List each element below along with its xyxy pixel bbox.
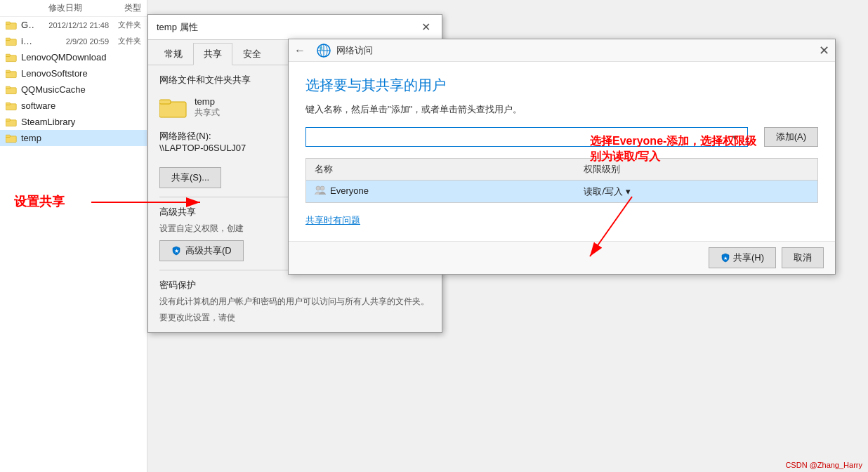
folder-icon <box>6 133 17 143</box>
file-name: SteamLibrary <box>21 117 141 127</box>
svg-rect-17 <box>159 100 171 104</box>
network-titlebar: ← 网络访问 ✕ <box>289 39 835 62</box>
svg-point-26 <box>320 186 324 190</box>
file-name: QQMusicCache <box>21 84 141 95</box>
folder-type: 共享式 <box>195 107 220 119</box>
name-column-header: 名称 <box>306 159 576 181</box>
file-explorer: 修改日期 类型 Games2012/12/12 21:48文件夹iVMS-420… <box>0 0 147 472</box>
network-dialog-body: 选择要与其共享的用户 键入名称，然后单击"添加"，或者单击箭头查找用户。 ▾ 添… <box>289 62 835 241</box>
svg-rect-15 <box>6 135 10 137</box>
svg-rect-13 <box>6 119 10 121</box>
folder-icon-large <box>159 93 188 122</box>
svg-point-25 <box>316 186 320 190</box>
password-section: 密码保护 没有此计算机的用户帐户和密码的用户可以访问与所有人共享的文件夹。 要更… <box>159 270 430 324</box>
user-permissions-table: 名称 权限级别 Everyone 读取/写入 ▾ <box>305 158 818 203</box>
file-list-item[interactable]: software <box>0 98 147 114</box>
folder-icon <box>6 37 17 46</box>
svg-rect-3 <box>6 38 10 40</box>
folder-icon <box>6 69 17 79</box>
file-list-item[interactable]: SteamLibrary <box>0 114 147 130</box>
permission-dropdown-arrow[interactable]: ▾ <box>626 186 631 197</box>
network-share-title: 选择要与其共享的用户 <box>305 76 818 95</box>
dropdown-trigger[interactable]: ▾ <box>732 127 737 147</box>
user-name-cell: Everyone <box>306 181 576 203</box>
add-user-button[interactable]: 添加(A) <box>764 127 818 147</box>
svg-rect-1 <box>6 22 10 24</box>
advanced-share-button[interactable]: ★ 高级共享(D <box>159 240 244 261</box>
password-title: 密码保护 <box>159 279 430 291</box>
back-button[interactable]: ← <box>294 44 305 57</box>
properties-titlebar: temp 属性 ✕ <box>148 15 442 40</box>
folder-icon <box>6 101 17 111</box>
file-list-item[interactable]: temp <box>0 130 147 146</box>
folder-icon <box>6 53 17 63</box>
share-confirm-button[interactable]: ★ 共享(H) <box>709 247 776 268</box>
explorer-column-headers: 修改日期 类型 <box>0 0 147 17</box>
date-column-header: 修改日期 <box>48 2 82 14</box>
svg-rect-11 <box>6 103 10 105</box>
cancel-button[interactable]: 取消 <box>782 247 824 268</box>
folder-icon <box>6 117 17 127</box>
share-button[interactable]: 共享(S)... <box>159 167 221 188</box>
properties-close-button[interactable]: ✕ <box>419 20 433 34</box>
permission-cell: 读取/写入 ▾ <box>575 181 817 203</box>
user-group-icon <box>315 185 326 196</box>
svg-text:★: ★ <box>723 256 728 261</box>
network-access-dialog: ← 网络访问 ✕ 选择要与其共享的用户 键入名称，然后单击"添加"，或者单击箭头… <box>288 39 836 275</box>
password-desc: 没有此计算机的用户帐户和密码的用户可以访问与所有人共享的文件夹。 <box>159 296 430 308</box>
network-instructions: 键入名称，然后单击"添加"，或者单击箭头查找用户。 <box>305 103 818 116</box>
file-list-item[interactable]: LenovoSoftstore <box>0 65 147 81</box>
type-column-header: 类型 <box>124 2 141 14</box>
folder-name: temp <box>195 96 220 107</box>
svg-rect-9 <box>6 86 10 88</box>
svg-text:★: ★ <box>174 248 179 254</box>
svg-rect-5 <box>6 54 10 56</box>
shield-icon: ★ <box>171 246 181 256</box>
user-name-input[interactable] <box>305 127 748 147</box>
file-name: iVMS-4200alarmPicture <box>21 36 34 46</box>
network-close-button[interactable]: ✕ <box>819 44 829 57</box>
permission-column-header: 权限级别 <box>575 159 817 181</box>
file-name: temp <box>21 133 141 143</box>
file-list-item[interactable]: iVMS-4200alarmPicture2/9/20 20:59文件夹 <box>0 33 147 49</box>
watermark: CSDN @Zhang_Harry <box>785 461 862 469</box>
change-settings-label: 要更改此设置，请使 <box>159 312 430 324</box>
user-input-row: ▾ 添加(A) <box>305 127 818 147</box>
file-list-item[interactable]: LenovoQMDownload <box>0 49 147 65</box>
folder-icon <box>6 20 17 30</box>
file-name: LenovoQMDownload <box>21 52 141 63</box>
folder-icon <box>6 85 17 95</box>
file-name: Games <box>21 20 34 30</box>
file-name: LenovoSoftstore <box>21 68 141 79</box>
network-dialog-title: 网络访问 <box>336 44 373 57</box>
tab-security[interactable]: 安全 <box>232 43 272 65</box>
svg-rect-7 <box>6 70 10 72</box>
network-access-icon <box>317 44 331 58</box>
shield-confirm-icon: ★ <box>721 253 730 263</box>
svg-point-23 <box>320 46 322 49</box>
properties-title: temp 属性 <box>157 21 198 34</box>
tab-general[interactable]: 常规 <box>154 43 193 65</box>
dialog-footer: ★ 共享(H) 取消 <box>289 241 835 274</box>
table-row: Everyone 读取/写入 ▾ <box>306 181 818 203</box>
file-list: Games2012/12/12 21:48文件夹iVMS-4200alarmPi… <box>0 17 147 146</box>
file-list-item[interactable]: QQMusicCache <box>0 81 147 98</box>
file-name: software <box>21 100 141 111</box>
trouble-sharing-link[interactable]: 共享时有问题 <box>305 215 360 225</box>
tab-sharing[interactable]: 共享 <box>193 43 232 65</box>
file-list-item[interactable]: Games2012/12/12 21:48文件夹 <box>0 17 147 33</box>
